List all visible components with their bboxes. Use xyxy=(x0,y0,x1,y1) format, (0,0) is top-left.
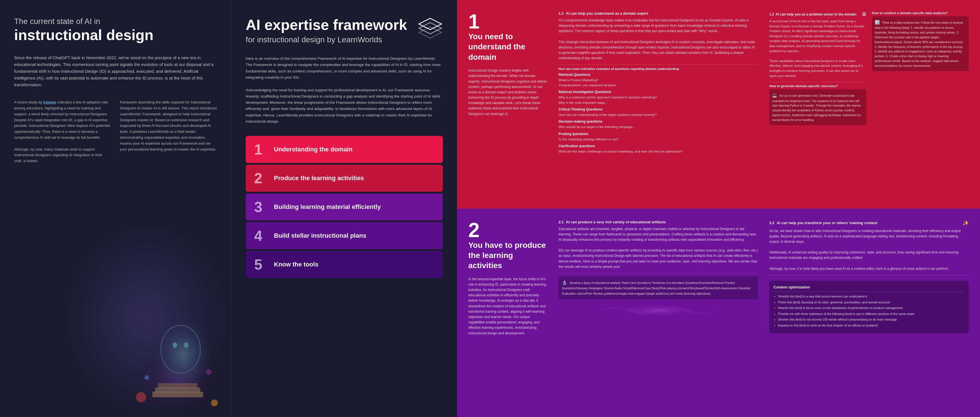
middle-panel: AI expertise framework for instructional… xyxy=(231,0,457,417)
gen-domain-title: How to generate domain-specific exercise… xyxy=(769,84,866,88)
robot-illustration xyxy=(124,298,231,417)
content-opt-title: Content optimization xyxy=(773,285,964,289)
svg-rect-7 xyxy=(158,383,197,388)
item-text-2: Produce the learning activities xyxy=(274,174,364,182)
section2-title: You have to produce the learning activit… xyxy=(468,240,547,271)
svg-marker-14 xyxy=(419,27,441,38)
content-opt-item-1: Simplify this [text] in a way that novic… xyxy=(778,294,964,299)
wave-decoration xyxy=(558,302,758,319)
subsection-2-2-body: So far, we have shown how AI aids Instru… xyxy=(769,228,969,272)
q-cat-4: Decision-making questions Who should be … xyxy=(558,119,758,129)
edweek-link[interactable]: Edweek xyxy=(43,100,56,104)
artifact-prompt-box: 🔬 Develop a [type of educational artifac… xyxy=(558,277,758,299)
section2-right: 2.2 AI can help you transform your or ot… xyxy=(769,220,969,406)
subsection-2-2-label: 2.2 xyxy=(769,221,774,225)
svg-point-9 xyxy=(211,400,218,406)
svg-point-8 xyxy=(136,392,146,402)
item-text-5: Know the tools xyxy=(274,260,318,269)
subsection-1-1-title: AI can help you understand as a domain e… xyxy=(566,11,648,16)
section1-right: 1.2 AI can help you as a problem solver … xyxy=(769,11,969,197)
artifact-prompt-text: Develop a [type of educational artifact]… xyxy=(562,281,751,295)
left-panel: The current state of AI in instructional… xyxy=(0,0,231,417)
framework-item-3: 3 Building learning material efficiently xyxy=(246,193,443,220)
subsection-2-2-title: AI can help you transform your or others… xyxy=(776,221,877,225)
framework-items: 1 Understanding the domain 2 Produce the… xyxy=(246,136,443,280)
section2-number: 2 xyxy=(468,220,547,240)
section2-middle: 2.1 AI can produce a very rich variety o… xyxy=(556,220,761,406)
svg-point-1 xyxy=(155,318,212,392)
section1-overview: 1 You need to understand the domain Inst… xyxy=(468,11,547,197)
section2-overview: 2 You have to produce the learning activ… xyxy=(468,220,547,406)
section1-col-right2: How to conduct a domain-specific data an… xyxy=(872,11,969,197)
right-panels: 1 You need to understand the domain Inst… xyxy=(457,0,980,417)
svg-point-10 xyxy=(145,375,149,380)
gen-domain-prompt: 💻 Act as a code generation tool. Generat… xyxy=(769,89,866,125)
left-title-small: The current state of AI in xyxy=(14,17,217,26)
q-cat-3: Critical Thinking Questions How has our … xyxy=(558,108,758,117)
framework-title: AI expertise framework xyxy=(246,17,443,33)
item-number-2: 2 xyxy=(254,171,268,186)
svg-marker-13 xyxy=(419,22,441,34)
q-cat-1: Retrieval Questions What is Product Mark… xyxy=(558,73,758,88)
content-opt-item-2: Polish this [text], focusing on its styl… xyxy=(778,300,964,305)
section1-body: Instructional Design mastery begins with… xyxy=(468,68,547,117)
section1-title: You need to understand the domain xyxy=(468,32,547,62)
content-opt-item-3: Rewrite this [text] to focus more on the… xyxy=(778,306,964,311)
questions-header: Here are some indicative examples of que… xyxy=(558,67,758,70)
right-top-section: 1 You need to understand the domain Inst… xyxy=(457,0,980,209)
q-cat-6: Clarification questions What are the maj… xyxy=(558,144,758,154)
code-icon: 💻 xyxy=(772,93,777,98)
section-1-2-title: AI can help you as a problem solver in t… xyxy=(776,13,856,16)
content-opt-item-6: Expand on this [text] to work as the fir… xyxy=(778,323,964,328)
item-number-4: 4 xyxy=(254,228,268,243)
section-1-2-body: A second part of the AI role in this fir… xyxy=(769,19,866,78)
data-analysis-title: How to conduct a domain-specific data an… xyxy=(872,11,969,15)
content-opt-item-4: Provide me with three rephrases of the f… xyxy=(778,312,964,317)
section1-col-right1: 1.2 AI can help you as a problem solver … xyxy=(769,11,866,197)
content-opt-items: Simplify this [text] in a way that novic… xyxy=(773,294,964,328)
svg-point-11 xyxy=(206,369,212,375)
layers-icon xyxy=(417,17,443,40)
item-number-5: 5 xyxy=(254,257,268,272)
section2-body: In the second expertise layer, the focus… xyxy=(468,277,547,336)
q-cat-2: Rational Investigation Questions Why is … xyxy=(558,90,758,105)
svg-point-4 xyxy=(184,342,188,348)
left-col-1: A recent study by Edweek indicates a low… xyxy=(14,100,111,164)
item-text-4: Build stellar instructional plans xyxy=(274,232,366,240)
section-1-2-label: 1.2 xyxy=(769,13,774,16)
question-categories: Retrieval Questions What is Product Mark… xyxy=(558,73,758,154)
framework-item-4: 4 Build stellar instructional plans xyxy=(246,222,443,249)
content-optimization-box: Content optimization Simplify this [text… xyxy=(769,281,969,333)
left-title-large: instructional design xyxy=(14,27,217,43)
subsection-2-1-label: 2.1 xyxy=(558,220,564,224)
framework-item-2: 2 Produce the learning activities xyxy=(246,165,443,192)
q-cat-5: Probing questions Is this marketing stra… xyxy=(558,132,758,142)
item-number-3: 3 xyxy=(254,200,268,214)
data-analysis-prompt: 📊 Think as a data analysis tool. Follow … xyxy=(872,16,969,71)
framework-item-1: 1 Understanding the domain xyxy=(246,136,443,163)
chart-icon: 📊 xyxy=(875,20,880,25)
right-bottom-section: 2 You have to produce the learning activ… xyxy=(457,209,980,417)
item-text-3: Building learning material efficiently xyxy=(274,203,381,211)
monitor-icon: 🖥 xyxy=(861,11,866,17)
framework-intro: Here is an overview of the comprehensive… xyxy=(246,55,443,125)
left-intro: Since the release of ChatGPT back in Nov… xyxy=(14,54,217,88)
subsection-1-1-body: AI's comprehensive knowledge base makes … xyxy=(558,18,758,61)
svg-point-3 xyxy=(173,342,177,348)
subsection-1-1-label: 1.1 xyxy=(558,11,564,16)
left-col-2: framework describing the skills required… xyxy=(120,100,217,164)
sparkle-icon: ✨ xyxy=(963,220,969,226)
artifact-icon: 🔬 xyxy=(562,280,567,285)
subsection-2-1-body: Educational artifacts are essential, tan… xyxy=(558,227,758,270)
item-text-1: Understanding the domain xyxy=(274,146,353,154)
item-number-1: 1 xyxy=(254,142,268,157)
svg-marker-12 xyxy=(419,18,441,30)
subsection-2-1-title: AI can produce a very rich variety of ed… xyxy=(566,220,666,224)
framework-subtitle: for instructional design by LearnWorlds xyxy=(246,35,443,44)
section1-middle: 1.1 AI can help you understand as a doma… xyxy=(556,11,761,197)
framework-item-5: 5 Know the tools xyxy=(246,251,443,278)
content-opt-item-5: Shorten this [text] to not exceed 150 wo… xyxy=(778,317,964,322)
section1-number: 1 xyxy=(468,11,547,32)
